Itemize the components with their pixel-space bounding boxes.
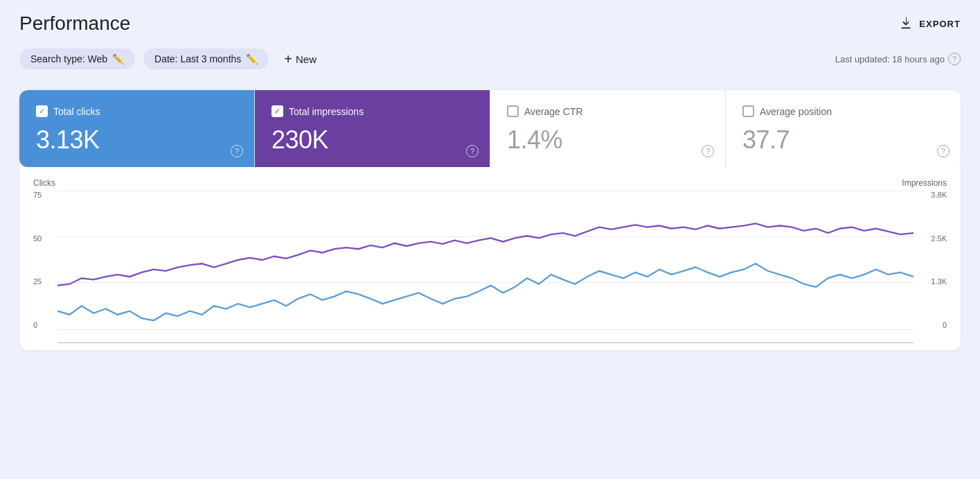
y-right-tick-13k: 1.3K	[919, 277, 947, 286]
y-left-tick-0: 0	[33, 321, 54, 329]
plus-icon: +	[284, 52, 292, 66]
y-axis-right: 3.8K 2.5K 1.3K 0	[919, 191, 947, 343]
metric-label-impressions: Total impressions	[289, 106, 364, 117]
impressions-help-icon[interactable]: ?	[466, 145, 479, 157]
metric-header-ctr: Average CTR	[507, 105, 709, 117]
checkmark-clicks: ✓	[39, 107, 45, 116]
clicks-line	[57, 263, 914, 320]
metric-card-total-clicks[interactable]: ✓ Total clicks 3.13K ?	[19, 90, 255, 167]
chart-svg	[57, 191, 914, 329]
chart-area: Clicks Impressions 75 50 25 0 3.8K 2.5K …	[19, 167, 961, 350]
checkmark-impressions: ✓	[274, 107, 280, 116]
metric-header-position: Average position	[742, 105, 944, 117]
grid-line-bottom	[57, 329, 914, 330]
metric-value-impressions: 230K	[271, 125, 473, 155]
chart-labels-row: Clicks Impressions	[33, 178, 947, 188]
export-icon	[898, 16, 914, 31]
checkbox-total-clicks[interactable]: ✓	[36, 105, 48, 117]
clicks-help-icon[interactable]: ?	[231, 145, 243, 157]
metric-help-impressions: ?	[466, 144, 479, 157]
metric-value-clicks: 3.13K	[36, 125, 238, 155]
metric-help-clicks: ?	[231, 144, 243, 157]
chart-container: 75 50 25 0 3.8K 2.5K 1.3K 0	[33, 191, 947, 343]
checkbox-total-impressions[interactable]: ✓	[271, 105, 283, 117]
chart-left-axis-label: Clicks	[33, 178, 55, 188]
filters-row: Search type: Web ✏️ Date: Last 3 months …	[19, 47, 961, 71]
search-type-label: Search type: Web	[30, 53, 107, 64]
metrics-row: ✓ Total clicks 3.13K ? ✓ Total impressio…	[19, 90, 961, 167]
grid-and-chart	[57, 191, 914, 329]
last-updated-text: Last updated: 18 hours ago	[835, 54, 945, 64]
search-type-filter[interactable]: Search type: Web ✏️	[19, 49, 135, 69]
checkbox-average-position[interactable]	[742, 105, 754, 117]
metric-header-clicks: ✓ Total clicks	[36, 105, 238, 117]
page-title: Performance	[19, 12, 130, 35]
date-filter[interactable]: Date: Last 3 months ✏️	[143, 49, 269, 69]
y-left-tick-75: 75	[33, 191, 54, 199]
new-label: New	[296, 53, 317, 65]
last-updated-help-icon[interactable]: ?	[948, 53, 961, 65]
edit-date-icon: ✏️	[246, 53, 258, 64]
metric-card-average-ctr[interactable]: Average CTR 1.4% ?	[490, 90, 726, 167]
metric-label-position: Average position	[760, 106, 832, 117]
date-label: Date: Last 3 months	[154, 53, 241, 64]
export-button[interactable]: EXPORT	[898, 16, 961, 31]
page: Performance EXPORT Search type: Web ✏️ D…	[0, 0, 980, 479]
new-filter-button[interactable]: + New	[277, 47, 323, 71]
metric-value-ctr: 1.4%	[507, 125, 709, 155]
header: Performance EXPORT	[19, 12, 961, 35]
metrics-chart-container: ✓ Total clicks 3.13K ? ✓ Total impressio…	[19, 90, 961, 350]
y-right-tick-0: 0	[919, 321, 947, 329]
metric-card-total-impressions[interactable]: ✓ Total impressions 230K ?	[255, 90, 490, 167]
metric-help-position: ?	[937, 144, 950, 157]
metric-label-ctr: Average CTR	[524, 106, 583, 117]
checkbox-average-ctr[interactable]	[507, 105, 519, 117]
x-axis-bottom	[57, 342, 914, 343]
export-label: EXPORT	[919, 19, 961, 29]
metric-help-ctr: ?	[702, 144, 714, 157]
y-right-tick-25k: 2.5K	[919, 234, 947, 243]
metric-value-position: 37.7	[742, 125, 944, 155]
edit-search-type-icon: ✏️	[112, 53, 124, 64]
y-right-tick-38k: 3.8K	[919, 191, 947, 199]
metric-header-impressions: ✓ Total impressions	[271, 105, 473, 117]
metric-label-clicks: Total clicks	[53, 106, 100, 117]
y-left-tick-50: 50	[33, 234, 54, 243]
position-help-icon[interactable]: ?	[937, 145, 950, 157]
ctr-help-icon[interactable]: ?	[702, 145, 714, 157]
last-updated: Last updated: 18 hours ago ?	[835, 53, 961, 65]
y-left-tick-25: 25	[33, 277, 54, 286]
metric-card-average-position[interactable]: Average position 37.7 ?	[726, 90, 961, 167]
y-axis-left: 75 50 25 0	[33, 191, 54, 343]
chart-right-axis-label: Impressions	[902, 178, 947, 188]
